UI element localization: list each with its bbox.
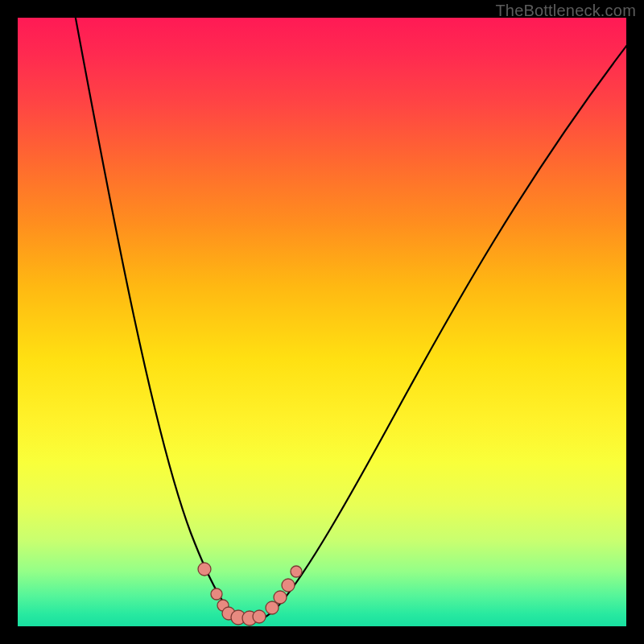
chart-frame: TheBottleneck.com bbox=[0, 0, 644, 644]
data-marker bbox=[274, 591, 287, 604]
bottleneck-curve bbox=[74, 18, 626, 621]
data-marker bbox=[253, 610, 266, 623]
chart-svg bbox=[18, 18, 626, 626]
data-marker bbox=[291, 566, 302, 577]
marker-group bbox=[198, 563, 302, 625]
watermark-text: TheBottleneck.com bbox=[495, 2, 636, 20]
data-marker bbox=[282, 579, 295, 592]
data-marker bbox=[211, 588, 222, 600]
data-marker bbox=[198, 563, 211, 576]
plot-area bbox=[18, 18, 626, 626]
